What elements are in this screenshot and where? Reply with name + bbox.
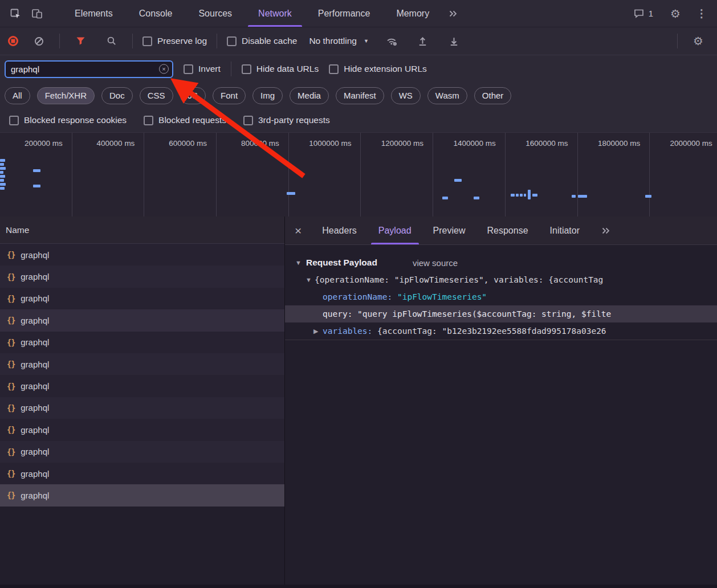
third-party-requests-checkbox[interactable]: 3rd-party requests: [243, 115, 330, 125]
toolbar-divider: [231, 62, 231, 76]
device-toolbar-icon[interactable]: [26, 3, 48, 24]
main-tab-console[interactable]: Console: [126, 0, 186, 27]
detail-tab-response[interactable]: Response: [476, 217, 539, 244]
throttling-select[interactable]: No throttling ▼: [307, 36, 371, 46]
network-conditions-icon[interactable]: [381, 30, 402, 52]
third-party-requests-label: 3rd-party requests: [258, 115, 330, 125]
json-braces-icon: {}: [7, 360, 15, 369]
type-filter-media[interactable]: Media: [290, 87, 329, 104]
hide-extension-urls-checkbox[interactable]: Hide extension URLs: [329, 64, 427, 74]
settings-gear-icon[interactable]: ⚙: [665, 3, 686, 24]
network-settings-gear-icon[interactable]: ⚙: [687, 30, 709, 52]
request-row[interactable]: {} graphql: [0, 332, 284, 353]
record-network-log-button[interactable]: [8, 36, 18, 46]
clear-network-log-icon[interactable]: [28, 30, 50, 52]
expand-triangle-icon: ▼: [305, 276, 315, 283]
export-har-icon[interactable]: [443, 30, 465, 52]
request-row[interactable]: {} graphql: [0, 484, 284, 506]
request-row[interactable]: {} graphql: [0, 463, 284, 484]
checkbox-box: [184, 64, 193, 74]
type-filter-manifest[interactable]: Manifest: [336, 87, 384, 104]
type-filter-img[interactable]: Img: [252, 87, 283, 104]
detail-tab-payload[interactable]: Payload: [368, 217, 422, 244]
payload-row-operation-name[interactable]: operationName: "ipFlowTimeseries": [285, 288, 717, 305]
main-tab-memory[interactable]: Memory: [383, 0, 442, 27]
disable-cache-checkbox[interactable]: Disable cache: [227, 36, 297, 46]
blocked-requests-checkbox[interactable]: Blocked requests: [144, 115, 226, 125]
import-har-icon[interactable]: [412, 30, 434, 52]
pill-label: Manifest: [344, 91, 376, 100]
network-overview-timeline[interactable]: 200000 ms 400000 ms 600000 ms 800000 ms …: [0, 132, 717, 217]
payload-row-query[interactable]: query: "query ipFlowTimeseries($accountT…: [285, 305, 717, 322]
network-panels: Name {} graphql {} graphql {} graphql {}…: [0, 217, 717, 588]
json-braces-icon: {}: [7, 272, 15, 281]
blocked-response-cookies-checkbox[interactable]: Blocked response cookies: [9, 115, 127, 125]
request-row[interactable]: {} graphql: [0, 288, 284, 309]
main-tab-performance[interactable]: Performance: [305, 0, 384, 27]
type-filter-other[interactable]: Other: [474, 87, 512, 104]
more-filters-row: Blocked response cookies Blocked request…: [0, 108, 717, 132]
filter-input[interactable]: [5, 60, 173, 78]
type-filter-css[interactable]: CSS: [140, 87, 173, 104]
request-row[interactable]: {} graphql: [0, 397, 284, 419]
detail-tab-label: Initiator: [550, 226, 580, 236]
request-row[interactable]: {} graphql: [0, 266, 284, 287]
main-tab-sources[interactable]: Sources: [185, 0, 245, 27]
request-row[interactable]: {} graphql: [0, 353, 284, 375]
pill-label: Wasm: [435, 91, 459, 100]
payload-row-variables[interactable]: ▶ variables: {accountTag: "b12e3b2192ee5…: [285, 322, 717, 340]
type-filter-js[interactable]: JS: [180, 87, 206, 104]
request-timing-bar: [474, 197, 479, 199]
request-row[interactable]: {} graphql: [0, 309, 284, 331]
request-name: graphql: [21, 272, 49, 281]
detail-tab-strip: × Headers Payload Preview Response Initi…: [285, 217, 717, 245]
pill-label: All: [13, 91, 22, 100]
network-filter-row: × Invert Hide data URLs Hide extension U…: [0, 55, 717, 83]
request-timing-bar: [0, 159, 5, 162]
request-row[interactable]: {} graphql: [0, 419, 284, 440]
type-filter-doc[interactable]: Doc: [101, 87, 133, 104]
console-messages-button[interactable]: 1: [634, 9, 653, 18]
request-name: graphql: [21, 469, 49, 479]
json-key: variables:: [323, 326, 377, 336]
detail-tab-initiator[interactable]: Initiator: [539, 217, 590, 244]
more-detail-tabs-chevron-icon[interactable]: [595, 220, 617, 242]
close-detail-icon[interactable]: ×: [285, 224, 311, 238]
detail-tab-headers[interactable]: Headers: [311, 217, 367, 244]
request-payload-section-header[interactable]: ▼ Request Payload view source: [285, 254, 717, 271]
inspect-element-icon[interactable]: [5, 3, 26, 24]
clear-filter-icon[interactable]: ×: [159, 64, 169, 74]
payload-root-row[interactable]: ▼ {operationName: "ipFlowTimeseries", va…: [285, 271, 717, 288]
view-source-link[interactable]: view source: [413, 258, 458, 268]
section-title: Request Payload: [306, 258, 377, 268]
search-icon[interactable]: [101, 30, 123, 52]
main-tab-network[interactable]: Network: [245, 0, 305, 27]
request-row[interactable]: {} graphql: [0, 244, 284, 266]
invert-checkbox[interactable]: Invert: [184, 64, 221, 74]
request-timing-bar: [511, 194, 515, 197]
request-row[interactable]: {} graphql: [0, 375, 284, 397]
json-braces-icon: {}: [7, 294, 15, 303]
request-timing-bar: [0, 187, 5, 190]
kebab-menu-icon[interactable]: ⋮: [691, 3, 712, 24]
name-column-header[interactable]: Name: [0, 217, 284, 244]
hide-data-urls-checkbox[interactable]: Hide data URLs: [242, 64, 319, 74]
filter-funnel-icon[interactable]: [70, 30, 91, 52]
request-timing-bar: [0, 171, 3, 174]
expand-triangle-icon: ▶: [313, 328, 323, 335]
checkbox-box: [142, 36, 152, 46]
type-filter-wasm[interactable]: Wasm: [427, 87, 467, 104]
detail-tab-label: Headers: [322, 226, 356, 236]
request-timing-bar: [516, 194, 519, 197]
main-tab-strip: Elements Console Sources Network Perform…: [62, 0, 442, 27]
detail-tab-preview[interactable]: Preview: [422, 217, 476, 244]
main-tab-elements[interactable]: Elements: [62, 0, 126, 27]
more-tabs-chevron-icon[interactable]: [442, 3, 464, 24]
request-row[interactable]: {} graphql: [0, 441, 284, 463]
type-filter-font[interactable]: Font: [213, 87, 246, 104]
preserve-log-checkbox[interactable]: Preserve log: [142, 36, 207, 46]
type-filter-fetch-xhr[interactable]: Fetch/XHR: [37, 87, 95, 104]
main-tab-label: Network: [258, 9, 292, 19]
type-filter-ws[interactable]: WS: [391, 87, 421, 104]
type-filter-all[interactable]: All: [5, 87, 30, 104]
